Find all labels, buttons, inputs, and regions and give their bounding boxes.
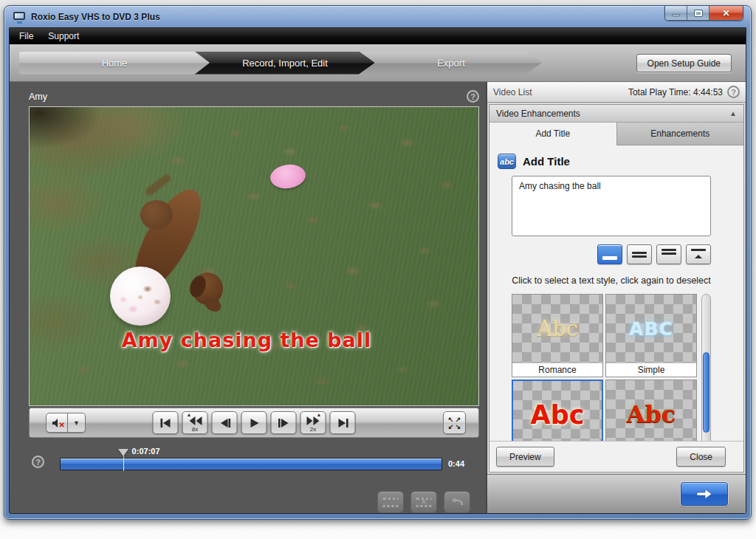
- style-thumbnail: Abc: [606, 380, 696, 441]
- video-preview[interactable]: Amy chasing the ball: [29, 106, 479, 407]
- title-position-bottom-button[interactable]: [597, 244, 622, 264]
- tab-add-title[interactable]: Add Title: [489, 123, 617, 145]
- close-panel-button[interactable]: Close: [676, 447, 726, 467]
- title-position-middle-button[interactable]: [627, 244, 652, 264]
- total-play-time: Total Play Time: 4:44:53: [628, 87, 723, 97]
- position-middle-icon: [632, 252, 647, 254]
- nav-step-export[interactable]: Export: [360, 52, 542, 75]
- playhead-marker[interactable]: [123, 450, 124, 471]
- video-enhancements-panel: Video Enhancements ▲ Add Title Enhanceme…: [489, 104, 744, 473]
- maximize-button[interactable]: [687, 6, 709, 20]
- fast-forward-button[interactable]: ▲ 2x: [300, 411, 326, 434]
- delete-segment-button[interactable]: ✕: [410, 491, 437, 513]
- app-window: Roxio Easy VHS to DVD 3 Plus ✕ File Supp…: [4, 5, 752, 520]
- jump-to-start-button[interactable]: [153, 411, 179, 434]
- styles-scrollbar[interactable]: [701, 294, 711, 441]
- mute-button[interactable]: ✕: [46, 413, 68, 433]
- next-arrow-icon: [695, 487, 714, 501]
- window-controls: ✕: [664, 6, 743, 21]
- preview-button[interactable]: Preview: [496, 447, 554, 467]
- maximize-icon: [695, 10, 702, 16]
- position-top-icon: [662, 249, 676, 251]
- add-title-heading: Add Title: [523, 155, 570, 168]
- dropdown-icon: ▼: [73, 419, 80, 427]
- style-simple[interactable]: ABC Simple: [605, 294, 697, 377]
- title-position-top-button[interactable]: [656, 244, 681, 264]
- nav-step-home[interactable]: Home: [19, 52, 210, 75]
- video-caption-overlay: Amy chasing the ball: [30, 329, 464, 351]
- style-red-selected[interactable]: Abc: [512, 380, 603, 441]
- minimize-button[interactable]: [665, 6, 687, 20]
- transport-controls: ▲ 8x ▲: [153, 411, 356, 434]
- style-thumbnail: Abc: [513, 381, 602, 441]
- timeline-help-icon[interactable]: ?: [32, 456, 44, 468]
- position-top-icon: [662, 253, 676, 255]
- fs-arrow-se: ↘: [455, 423, 462, 430]
- text-styles-area: Abc Romance ABC Simple Abc: [512, 294, 712, 441]
- app-icon: [13, 12, 26, 22]
- minimize-icon: [672, 14, 680, 16]
- scrollbar-thumb[interactable]: [703, 352, 709, 433]
- title-text-input[interactable]: Amy chasing the ball: [512, 176, 711, 236]
- jump-to-end-button[interactable]: [330, 411, 356, 434]
- window-title: Roxio Easy VHS to DVD 3 Plus: [31, 12, 160, 22]
- speed-marker-icon: ▲: [187, 412, 192, 417]
- clip-name: Amy: [29, 92, 47, 102]
- collapse-icon[interactable]: ▲: [729, 109, 737, 117]
- style-romance[interactable]: Abc Romance: [512, 294, 603, 377]
- enhancements-header-bar[interactable]: Video Enhancements ▲: [489, 105, 743, 123]
- open-setup-guide-button[interactable]: Open Setup Guide: [636, 54, 732, 72]
- dog-hind: [140, 200, 173, 230]
- jump-to-start-icon: [158, 418, 173, 428]
- undo-icon: [450, 497, 464, 507]
- style-instruction: Click to select a text style, click agai…: [512, 275, 711, 286]
- undo-button[interactable]: [444, 491, 470, 513]
- fullscreen-icon: ↖ ↗ ↙ ↘: [447, 416, 462, 430]
- menu-bar: File Support: [10, 28, 746, 44]
- help-icon[interactable]: ?: [467, 90, 479, 103]
- style-red-serif[interactable]: Abc: [605, 380, 697, 441]
- nav-band: Home Record, Import, Edit Export Open Se…: [10, 44, 746, 82]
- text-style-grid: Abc Romance ABC Simple Abc: [512, 294, 698, 441]
- title-scroll-button[interactable]: [686, 244, 711, 264]
- fast-forward-speed-label: 2x: [301, 427, 326, 433]
- tab-enhancements[interactable]: Enhancements: [617, 123, 744, 145]
- menu-support[interactable]: Support: [48, 31, 79, 41]
- trim-clip-button[interactable]: [377, 491, 404, 513]
- next-button[interactable]: [681, 482, 728, 506]
- player-pane: Amy ? Amy chasing the ball: [10, 82, 486, 513]
- close-button[interactable]: ✕: [709, 6, 743, 20]
- position-bottom-icon: [602, 256, 617, 260]
- volume-dropdown-button[interactable]: ▼: [68, 413, 86, 433]
- step-forward-button[interactable]: [271, 411, 297, 434]
- style-sample-text: Abc: [531, 400, 585, 430]
- delete-x-icon: ✕: [421, 498, 427, 506]
- style-sample-text: Abc: [537, 316, 578, 341]
- rewind-button[interactable]: ▲ 8x: [182, 411, 208, 434]
- panel-footer: Preview Close: [489, 441, 743, 472]
- title-position-buttons: [512, 244, 711, 264]
- panel-help-icon[interactable]: ?: [727, 86, 740, 98]
- mute-x-icon: ✕: [59, 421, 65, 429]
- menu-file[interactable]: File: [19, 31, 33, 41]
- duration-label: 0:44: [448, 459, 464, 468]
- title-bar[interactable]: Roxio Easy VHS to DVD 3 Plus ✕: [4, 6, 751, 27]
- play-button[interactable]: [241, 411, 267, 434]
- bottom-strip: [487, 474, 746, 513]
- close-icon: ✕: [722, 9, 729, 18]
- nav-step-record-import-edit[interactable]: Record, Import, Edit: [195, 52, 375, 75]
- position-middle-icon: [632, 255, 647, 258]
- step-back-button[interactable]: [212, 411, 238, 434]
- style-name: Simple: [606, 363, 696, 377]
- side-panel: Video List Total Play Time: 4:44:53 ? Vi…: [486, 82, 746, 513]
- scroll-bar-icon: [691, 249, 706, 251]
- fullscreen-button[interactable]: ↖ ↗ ↙ ↘: [443, 411, 466, 434]
- rewind-speed-label: 8x: [183, 427, 207, 433]
- style-sample-text: ABC: [629, 318, 673, 340]
- timeline-track[interactable]: 0:07:07: [60, 458, 442, 470]
- fs-arrow-ne: ↗: [455, 416, 462, 423]
- play-icon: [247, 418, 261, 428]
- style-sample-text: Abc: [627, 400, 676, 428]
- abc-icon: abc: [498, 154, 516, 169]
- clip-edit-buttons: ✕: [29, 491, 479, 513]
